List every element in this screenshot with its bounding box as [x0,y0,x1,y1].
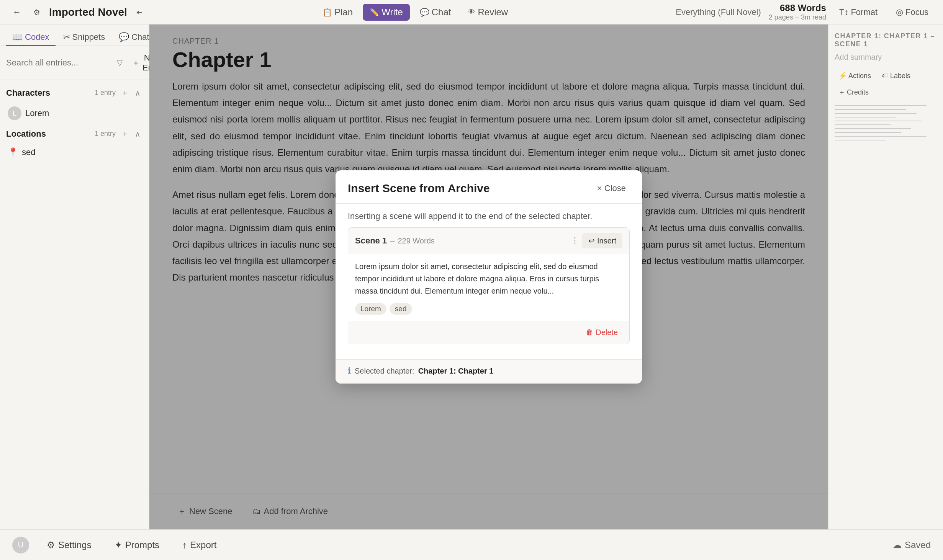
actions-icon: ⚡ [838,72,847,80]
focus-button[interactable]: ◎ Focus [891,5,934,20]
saved-icon: ☁ [892,540,902,550]
saved-label: Saved [905,540,931,550]
scene-menu-button[interactable]: ⋮ [568,234,582,247]
settings-label: Settings [58,540,92,550]
modal-overlay[interactable]: Insert Scene from Archive × Close Insert… [149,24,828,529]
nav-right: Everything (Full Novel) 688 Words 2 page… [676,3,934,21]
back-button[interactable]: ← [9,5,25,20]
focus-icon: ◎ [896,7,903,17]
characters-count: 1 entry [95,89,116,97]
focus-label: Focus [905,7,928,17]
locations-label: Locations [6,129,46,139]
characters-label: Characters [6,88,50,98]
chats-icon: 💬 [119,32,129,42]
chat-icon: 💬 [420,8,429,17]
tab-plan[interactable]: 📋 Plan [316,4,360,21]
sidebar-item-lorem[interactable]: L Lorem [0,103,149,124]
tab-review[interactable]: 👁 Review [461,4,515,21]
right-sidebar-summary[interactable]: Add summary [835,53,937,62]
sidebar-search-row: ▽ ＋ New Entry ⚙ [0,46,149,80]
nav-tabs: 📋 Plan ✏️ Write 💬 Chat 👁 Review [164,4,666,21]
word-count: 688 Words [769,3,826,13]
scene-word-count: 229 Words [398,237,434,245]
locations-add-button[interactable]: ＋ [119,128,131,140]
tab-chat[interactable]: 💬 Chat [413,4,458,21]
prompts-button[interactable]: ✦ Prompts [109,537,165,553]
scene-insert-button[interactable]: ↩ Insert [582,233,622,248]
characters-collapse-button[interactable]: ∧ [133,87,143,99]
avatar-lorem: L [8,106,21,120]
credits-button[interactable]: ＋ Credits [835,85,873,99]
center-content: Chapter 1 Chapter 1 Lorem ipsum dolor si… [149,24,828,529]
sidebar-tab-codex[interactable]: 📖 Codex [6,29,56,46]
scene-title: Scene 1 [355,236,387,246]
scene-card-1: Scene 1 – 229 Words ⋮ ↩ Insert Lorem ips… [348,227,630,344]
user-avatar: U [12,537,29,553]
insert-label: Insert [597,237,616,245]
scene-sep: – [390,236,395,246]
characters-section-header: Characters 1 entry ＋ ∧ [0,83,149,103]
selected-chapter-prefix: Selected chapter: [355,367,414,376]
labels-button[interactable]: 🏷 Labels [878,69,914,82]
prompts-icon: ✦ [115,540,122,550]
review-icon: 👁 [468,8,475,16]
write-icon: ✏️ [370,8,379,17]
modal-footer: ℹ Selected chapter: Chapter 1: Chapter 1 [336,359,642,384]
characters-actions: ＋ ∧ [119,87,143,99]
characters-add-button[interactable]: ＋ [119,87,131,99]
export-label: Export [190,540,216,550]
nav-left: ← ⚙ Imported Novel ⇤ [9,5,155,20]
modal-header: Insert Scene from Archive × Close [336,170,642,204]
search-input[interactable] [6,58,111,68]
top-nav: ← ⚙ Imported Novel ⇤ 📋 Plan ✏️ Write 💬 C… [0,0,943,24]
tab-chat-label: Chat [432,7,451,18]
format-icon: T↕ [839,7,848,17]
modal-close-button[interactable]: × Close [593,181,630,196]
scene-delete-button[interactable]: 🗑 Delete [581,326,622,339]
right-sidebar-actions: ⚡ Actions 🏷 Labels ＋ Credits [835,69,937,99]
export-icon: ↑ [182,540,187,550]
tab-write[interactable]: ✏️ Write [363,4,410,21]
location-icon: 📍 [8,147,18,157]
insert-icon: ↩ [588,236,595,245]
modal-footer-info: ℹ Selected chapter: Chapter 1: Chapter 1 [348,366,630,376]
export-button[interactable]: ↑ Export [177,537,222,553]
locations-collapse-button[interactable]: ∧ [133,128,143,140]
modal-subtitle: Inserting a scene will append it to the … [336,204,642,227]
prompts-label: Prompts [125,540,159,550]
word-count-sub: 2 pages – 3m read [769,13,826,21]
bottom-bar: U ⚙ Settings ✦ Prompts ↑ Export ☁ Saved [0,529,943,560]
scene-card-body: Lorem ipsum dolor sit amet, consectetur … [348,254,629,303]
scene-card-actions: 🗑 Delete [348,321,629,344]
format-label: Format [851,7,878,17]
delete-icon: 🗑 [586,328,593,337]
sidebar-tab-snippets[interactable]: ✂ Snippets [57,29,111,46]
sidebar-tab-row: 📖 Codex ✂ Snippets 💬 Chats [0,24,149,46]
tab-write-label: Write [381,7,403,18]
sidebar-item-sed-label: sed [22,147,35,157]
plan-icon: 📋 [323,8,332,17]
format-button[interactable]: T↕ Format [834,5,883,20]
credits-icon: ＋ [838,88,845,97]
settings-icon: ⚙ [47,540,55,550]
sidebar-item-lorem-label: Lorem [25,108,49,118]
word-count-block: 688 Words 2 pages – 3m read [769,3,826,21]
tab-review-label: Review [478,7,508,18]
left-sidebar: 📖 Codex ✂ Snippets 💬 Chats ▽ ＋ New Entry… [0,24,149,529]
actions-button[interactable]: ⚡ Actions [835,69,875,82]
project-settings-button[interactable]: ⚙ [29,5,44,20]
right-sidebar: CHAPTER 1: CHAPTER 1 – SCENE 1 Add summa… [828,24,943,529]
right-sidebar-breadcrumb: CHAPTER 1: CHAPTER 1 – SCENE 1 [835,32,937,48]
collapse-button[interactable]: ⇤ [132,5,147,20]
settings-button[interactable]: ⚙ Settings [41,537,97,553]
project-title: Imported Novel [49,6,127,18]
codex-icon: 📖 [12,32,23,42]
filter-button[interactable]: ▽ [115,57,125,69]
sidebar-item-sed[interactable]: 📍 sed [0,144,149,161]
insert-scene-modal: Insert Scene from Archive × Close Insert… [336,170,642,384]
sidebar-content: Characters 1 entry ＋ ∧ L Lorem Locations… [0,80,149,529]
locations-count: 1 entry [95,130,116,138]
actions-label: Actions [848,72,871,80]
info-icon: ℹ [348,366,351,376]
main-layout: 📖 Codex ✂ Snippets 💬 Chats ▽ ＋ New Entry… [0,24,943,529]
